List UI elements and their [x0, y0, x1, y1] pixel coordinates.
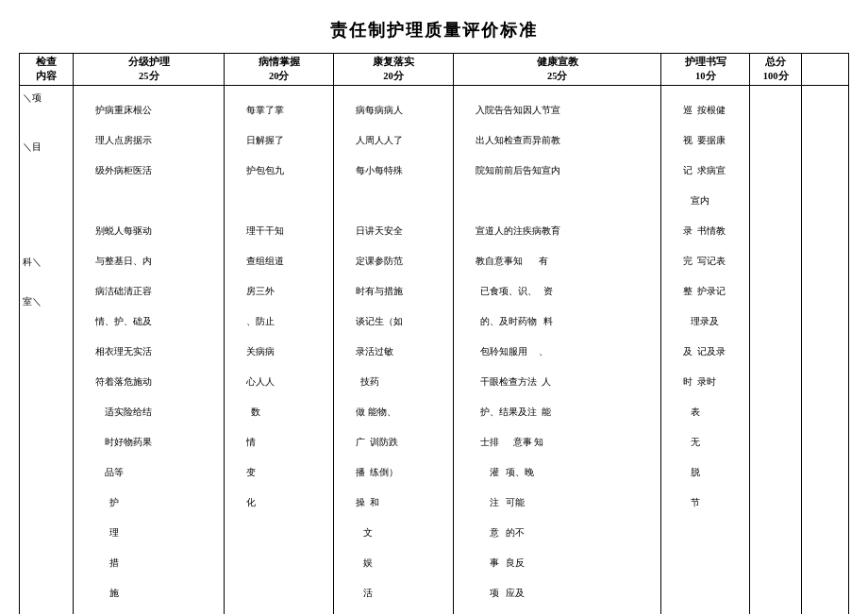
health-content: 入院告告知因人节宣 出人知检查而异前教 院知前前后告知宣内 宣道人的注疾病教育 … [453, 86, 661, 614]
header-rehab: 康复落实20分 [334, 54, 454, 86]
header-total: 总分100分 [750, 54, 802, 86]
grade-content: 护病重床根公 理人点房据示 级外病柜医活 别蜕人每驱动 与整基日、内 病洁础清正… [74, 86, 225, 614]
header-row-1: 检查内容 分级护理25分 病情掌握20分 康复落实20分 健康宣教25分 护理书… [20, 54, 849, 86]
total-content [750, 86, 802, 614]
header-health: 健康宣教25分 [453, 54, 661, 86]
extra-content [802, 86, 849, 614]
header-extra [802, 54, 849, 86]
header-check: 检查内容 [20, 54, 74, 86]
rehab-content: 病每病病人 人周人人了 每小每特殊 日讲天安全 定课参防范 时有与措施 谈记生（… [334, 86, 454, 614]
nursing-content: 巡 按根健 视 要据康 记 求病宣 宣内 录 书情教 完 写记表 整 护录记 理… [661, 86, 750, 614]
label-xiang-mu: ＼项 ＼目 科＼ 室＼ [20, 86, 74, 614]
page-title: 责任制护理质量评价标准 [19, 19, 849, 41]
header-grade: 分级护理25分 [74, 54, 225, 86]
header-nursing: 护理书写10分 [661, 54, 750, 86]
main-table: 检查内容 分级护理25分 病情掌握20分 康复落实20分 健康宣教25分 护理书… [19, 53, 849, 614]
content-row: ＼项 ＼目 科＼ 室＼ 护病重床根公 理人点房据示 级外病柜医活 别蜕人每驱动 … [20, 86, 849, 614]
header-disease: 病情掌握20分 [225, 54, 334, 86]
disease-content: 每掌了掌 日解握了 护包包九 理干干知 查组组道 房三外 、防止 关病病 心人人… [225, 86, 334, 614]
